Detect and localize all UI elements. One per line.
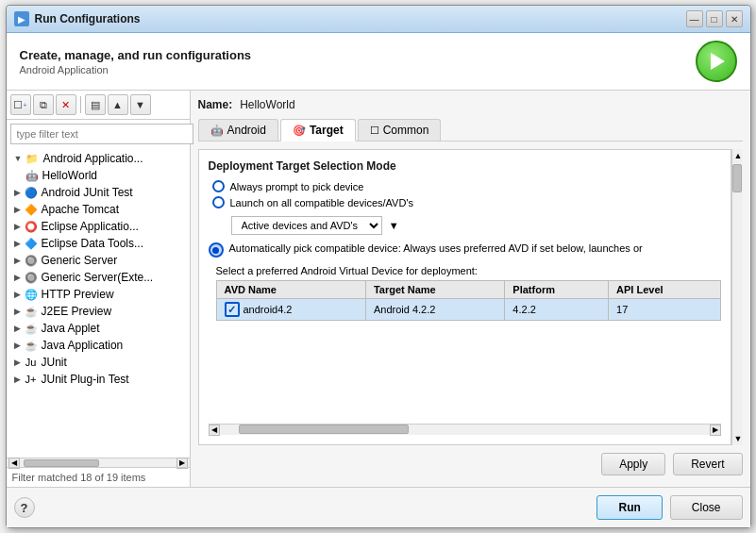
radio-always-prompt[interactable]: Always prompt to pick device xyxy=(212,180,721,192)
footer-buttons: Run Close xyxy=(596,495,742,520)
tab-common-label: Common xyxy=(383,124,429,137)
sidebar-item-helloworld[interactable]: 🤖 HelloWorld xyxy=(7,167,190,184)
target-tab-icon: 🎯 xyxy=(293,125,306,137)
table-scroll-left[interactable]: ◀ xyxy=(209,425,220,436)
expand-arrow-icon: ▶ xyxy=(14,222,21,231)
footer-row: ? Run Close xyxy=(14,495,743,520)
minimize-button[interactable]: — xyxy=(686,10,703,27)
sidebar: ☐+ ⧉ ✕ ▤ ▲ ▼ ▼ 📁 Android Applicatio... 🤖… xyxy=(7,91,191,487)
close-window-button[interactable]: ✕ xyxy=(726,10,743,27)
apply-button[interactable]: Apply xyxy=(601,453,665,475)
h-scrollbar-thumb[interactable] xyxy=(24,459,99,467)
run-icon-button[interactable] xyxy=(696,41,737,82)
close-button[interactable]: Close xyxy=(670,495,743,520)
radio-auto-pick-icon xyxy=(209,242,224,258)
tab-target-label: Target xyxy=(310,124,344,137)
expand-arrow-icon: ▶ xyxy=(14,188,21,197)
sidebar-item-java-applet[interactable]: ▶ ☕ Java Applet xyxy=(7,320,190,337)
auto-pick-row[interactable]: Automatically pick compatible device: Al… xyxy=(209,242,721,258)
search-input[interactable] xyxy=(10,124,193,144)
duplicate-config-button[interactable]: ⧉ xyxy=(33,94,54,115)
section-title: Deployment Target Selection Mode xyxy=(209,159,721,173)
title-bar-controls: — □ ✕ xyxy=(686,10,743,27)
sidebar-item-junit[interactable]: ▶ Ju JUnit xyxy=(7,354,190,371)
table-row[interactable]: ✓ android4.2 Android 4.2.2 4.2.2 17 xyxy=(216,299,720,321)
avd-dropdown[interactable]: Active devices and AVD's xyxy=(231,216,382,235)
footer-panel: ? Run Close xyxy=(7,487,750,527)
platform-cell: 4.2.2 xyxy=(505,299,609,321)
avd-checkbox-row: ✓ android4.2 xyxy=(225,302,358,317)
maximize-button[interactable]: □ xyxy=(706,10,723,27)
radio-label-launch-all: Launch on all compatible devices/AVD's xyxy=(230,197,414,208)
delete-config-button[interactable]: ✕ xyxy=(56,94,76,115)
expand-arrow-icon: ▶ xyxy=(14,375,21,384)
avd-table-section: Select a preferred Android Virtual Devic… xyxy=(209,265,721,321)
expand-all-button[interactable]: ▼ xyxy=(130,94,151,115)
sidebar-item-j2ee[interactable]: ▶ ☕ J2EE Preview xyxy=(7,303,190,320)
expand-arrow-icon: ▶ xyxy=(14,307,21,316)
tab-common[interactable]: ☐ Common xyxy=(358,119,442,141)
sidebar-item-label: Eclipse Data Tools... xyxy=(42,237,144,250)
sidebar-item-label: Java Applet xyxy=(42,322,100,335)
sidebar-item-android-app[interactable]: ▼ 📁 Android Applicatio... xyxy=(7,150,190,167)
tab-android[interactable]: 🤖 Android xyxy=(198,119,278,141)
help-button[interactable]: ? xyxy=(14,497,35,518)
expand-arrow-icon: ▶ xyxy=(14,324,21,333)
scroll-down-button[interactable]: ▼ xyxy=(732,432,743,445)
avd-table: AVD Name Target Name Platform API Level xyxy=(216,280,721,321)
dialog-header-text: Create, manage, and run configurations A… xyxy=(20,48,252,75)
content-area-inner: Deployment Target Selection Mode Always … xyxy=(198,149,743,445)
tree-area: ▼ 📁 Android Applicatio... 🤖 HelloWorld ▶… xyxy=(7,148,190,458)
dialog-header-title: Create, manage, and run configurations xyxy=(20,48,252,62)
java-app-icon: ☕ xyxy=(25,339,38,352)
collapse-all-button[interactable]: ▲ xyxy=(108,94,128,115)
sidebar-item-eclipse-app[interactable]: ▶ ⭕ Eclipse Applicatio... xyxy=(7,218,190,235)
sidebar-horizontal-scrollbar[interactable]: ◀ ▶ xyxy=(7,458,190,467)
sidebar-item-http-preview[interactable]: ▶ 🌐 HTTP Preview xyxy=(7,286,190,303)
name-label: Name: xyxy=(198,98,233,111)
expand-arrow-icon: ▶ xyxy=(14,205,21,214)
sidebar-item-apache-tomcat[interactable]: ▶ 🔶 Apache Tomcat xyxy=(7,201,190,218)
action-buttons-row: Apply Revert xyxy=(198,453,743,475)
table-h-scrollbar-thumb[interactable] xyxy=(239,425,409,434)
table-scroll-right[interactable]: ▶ xyxy=(710,425,721,436)
radio-launch-all[interactable]: Launch on all compatible devices/AVD's xyxy=(212,196,721,208)
sidebar-toolbar: ☐+ ⧉ ✕ ▤ ▲ ▼ xyxy=(7,91,190,120)
v-scrollbar-thumb[interactable] xyxy=(732,164,742,192)
sidebar-item-java-app[interactable]: ▶ ☕ Java Application xyxy=(7,337,190,354)
dialog-title: Run Configurations xyxy=(35,12,141,25)
filter-button[interactable]: ▤ xyxy=(85,94,106,115)
dropdown-row: Active devices and AVD's ▼ xyxy=(209,216,721,235)
sidebar-item-label: Apache Tomcat xyxy=(42,203,120,216)
sidebar-item-label: Eclipse Applicatio... xyxy=(42,220,139,233)
tab-target[interactable]: 🎯 Target xyxy=(280,119,356,142)
run-configurations-dialog: ▶ Run Configurations — □ ✕ Create, manag… xyxy=(6,5,751,528)
common-tab-icon: ☐ xyxy=(370,125,379,137)
sidebar-item-generic-server[interactable]: ▶ 🔘 Generic Server xyxy=(7,252,190,269)
title-bar-left: ▶ Run Configurations xyxy=(14,11,141,26)
sidebar-item-junit-test[interactable]: ▶ 🔵 Android JUnit Test xyxy=(7,184,190,201)
junit-icon: 🔵 xyxy=(25,186,38,199)
table-horizontal-scrollbar[interactable]: ◀ ▶ xyxy=(209,424,721,435)
config-name-value: HelloWorld xyxy=(240,98,294,111)
run-button[interactable]: Run xyxy=(596,495,662,520)
avd-name-cell: ✓ android4.2 xyxy=(216,299,365,321)
avd-table-label: Select a preferred Android Virtual Devic… xyxy=(216,265,721,276)
revert-button[interactable]: Revert xyxy=(673,453,742,475)
auto-pick-label: Automatically pick compatible device: Al… xyxy=(229,242,721,254)
sidebar-item-label: HTTP Preview xyxy=(42,288,114,301)
sidebar-item-label: Java Application xyxy=(42,339,124,352)
sidebar-item-label: Generic Server xyxy=(42,254,118,267)
sidebar-item-junit-plugin[interactable]: ▶ J+ JUnit Plug-in Test xyxy=(7,371,190,388)
sidebar-item-label: Generic Server(Exte... xyxy=(42,271,154,284)
sidebar-item-generic-server-ext[interactable]: ▶ 🔘 Generic Server(Exte... xyxy=(7,269,190,286)
scroll-up-button[interactable]: ▲ xyxy=(732,149,743,162)
avd-checkbox-icon[interactable]: ✓ xyxy=(225,302,240,317)
dialog-body: ☐+ ⧉ ✕ ▤ ▲ ▼ ▼ 📁 Android Applicatio... 🤖… xyxy=(7,91,750,487)
avd-name-value: android4.2 xyxy=(244,304,293,315)
new-config-button[interactable]: ☐+ xyxy=(10,94,31,115)
content-vertical-scrollbar[interactable]: ▲ ▼ xyxy=(731,149,743,445)
title-bar: ▶ Run Configurations — □ ✕ xyxy=(7,6,750,33)
dialog-header: Create, manage, and run configurations A… xyxy=(7,33,750,91)
sidebar-item-eclipse-data[interactable]: ▶ 🔷 Eclipse Data Tools... xyxy=(7,235,190,252)
